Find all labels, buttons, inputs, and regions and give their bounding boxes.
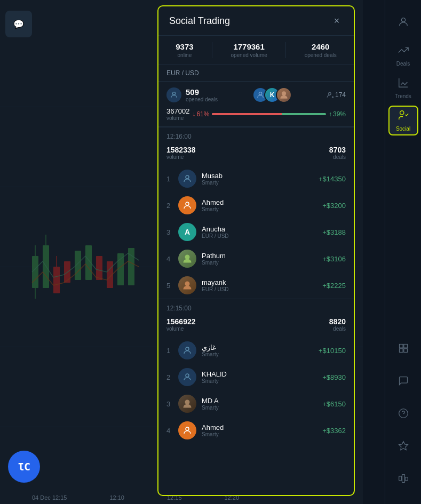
svg-point-38 [185, 282, 190, 286]
right-sidebar: Deals Trends Social [385, 0, 421, 504]
pair-header: EUR / USD [158, 65, 354, 82]
sidebar-item-deals[interactable]: Deals [388, 41, 418, 70]
trader-avatar-1-3: A [178, 223, 196, 241]
svg-point-32 [259, 92, 261, 95]
vol-block-1: 1582338 volume [166, 146, 196, 160]
trader-info-1-4: Pathum Smarty [202, 252, 317, 266]
sidebar-item-notifications[interactable] [388, 431, 418, 461]
trader-name-2-1: غازي [202, 343, 313, 351]
trader-row-1-5[interactable]: 5 mayank EUR / USD +$2225 [158, 272, 354, 299]
profile-icon [398, 16, 409, 30]
sidebar-item-social[interactable]: Social [388, 106, 418, 135]
svg-rect-22 [403, 345, 407, 348]
online-label: online [178, 52, 192, 58]
opened-deals-value: 2460 [312, 42, 329, 51]
opened-deals-label: opened deals [305, 52, 337, 58]
direction-bar [212, 113, 326, 115]
trader-profit-2-1: +$10150 [319, 347, 346, 355]
deals-label: Deals [396, 61, 410, 67]
trader-name-1-4: Pathum [202, 252, 317, 260]
panel-close-button[interactable]: × [330, 14, 343, 27]
trader-row-2-3[interactable]: 3 MD A Smarty +$6150 [158, 390, 354, 417]
panel-content[interactable]: 509 opened deals K [158, 82, 354, 495]
trader-sub-1-5: EUR / USD [202, 286, 317, 292]
trader-name-1-2: Ahmed [202, 198, 317, 206]
svg-point-19 [401, 18, 405, 21]
time-header-2: 12:15:00 [158, 299, 354, 315]
svg-point-34 [328, 92, 331, 95]
trader-rank-2-3: 3 [166, 400, 173, 408]
trader-sub-2-2: Smarty [202, 378, 317, 384]
deals-label-1: deals [329, 154, 346, 160]
trader-avatar-2-2 [178, 368, 196, 386]
pair-deals-left: 509 opened deals [166, 87, 218, 102]
pair-deals-count: 509 [186, 87, 218, 97]
vol-label-1: volume [166, 154, 196, 160]
sell-pct: ↓ 61% [192, 110, 209, 118]
trader-profit-2-2: +$8930 [322, 373, 346, 381]
trader-info-2-2: KHALID Smarty [202, 370, 317, 384]
trader-rank-1-1: 1 [166, 175, 173, 183]
svg-rect-21 [399, 345, 403, 348]
trader-name-2-4: Ahmed [202, 423, 317, 431]
stat-online: 9373 online [176, 42, 193, 58]
deals-num-1: 8703 [329, 146, 346, 154]
time-label-1: 12:16:00 [166, 133, 192, 140]
svg-rect-29 [402, 475, 404, 483]
trader-info-2-4: Ahmed Smarty [202, 423, 317, 437]
avatar-count: 174 [327, 91, 346, 99]
direction-bar-container: ↓ 61% ↑ 39% [192, 110, 346, 118]
trader-name-1-3: Anucha [202, 225, 317, 233]
trader-row-1-3[interactable]: 3 A Anucha EUR / USD +$3188 [158, 219, 354, 245]
direction-bar-sell [212, 113, 281, 115]
left-panel-button[interactable]: 💬 [5, 11, 32, 37]
trader-name-1-5: mayank [202, 278, 317, 286]
sidebar-item-layout[interactable] [388, 333, 418, 363]
sidebar-item-profile[interactable] [388, 8, 418, 38]
sidebar-item-help[interactable] [388, 398, 418, 428]
trader-row-2-4[interactable]: 4 Ahmed Smarty +$3362 [158, 417, 354, 444]
sidebar-item-settings[interactable] [388, 463, 418, 493]
trader-info-1-5: mayank EUR / USD [202, 278, 317, 292]
panel-header: Social Trading × [158, 6, 354, 36]
trader-row-2-2[interactable]: 2 KHALID Smarty +$8930 [158, 364, 354, 390]
progress-row: 367002 volume ↓ 61% ↑ 39% [166, 107, 346, 121]
trader-profit-1-2: +$3200 [322, 202, 346, 210]
trader-rank-1-2: 2 [166, 202, 173, 210]
sidebar-item-chat[interactable] [388, 366, 418, 396]
trends-label: Trends [395, 93, 411, 99]
vol-label-2: volume [166, 326, 196, 332]
deals-num-2: 8820 [329, 317, 346, 326]
trader-rank-1-3: 3 [166, 228, 173, 236]
volume-label: volume [166, 115, 189, 121]
social-trading-panel: Social Trading × 9373 online 1779361 ope… [157, 5, 355, 496]
svg-point-31 [172, 92, 175, 95]
deals-block-1: 8703 deals [329, 146, 346, 160]
trader-row-2-1[interactable]: 1 غازي Smarty +$10150 [158, 337, 354, 364]
arrow-up-icon: ↑ [329, 110, 332, 118]
user-icon [166, 87, 181, 102]
svg-point-40 [186, 374, 189, 377]
pair-deals-info: 509 opened deals [186, 87, 218, 102]
trader-info-2-3: MD A Smarty [202, 397, 317, 411]
trader-row-1-1[interactable]: 1 Musab Smarty +$14350 [158, 165, 354, 192]
arrow-down-icon: ↓ [192, 110, 195, 118]
trader-sub-1-1: Smarty [202, 180, 313, 186]
app-logo: ƖC [8, 451, 40, 483]
trader-profit-2-3: +$6150 [322, 400, 346, 408]
trends-icon [398, 77, 409, 91]
stat-opened-deals: 2460 opened deals [305, 42, 337, 58]
trader-avatar-1-2 [178, 196, 196, 214]
vol-num-2: 1566922 [166, 317, 196, 326]
trader-rank-1-5: 5 [166, 282, 173, 290]
vol-deals-row-1: 1582338 volume 8703 deals [158, 143, 354, 165]
svg-rect-15 [96, 256, 102, 280]
svg-point-33 [282, 91, 286, 95]
sidebar-item-trends[interactable]: Trends [388, 73, 418, 103]
trader-row-1-4[interactable]: 4 Pathum Smarty +$3106 [158, 245, 354, 272]
svg-point-39 [186, 347, 189, 350]
trader-rank-2-1: 1 [166, 347, 173, 355]
trader-name-2-3: MD A [202, 397, 317, 405]
trader-row-1-2[interactable]: 2 Ahmed Smarty +$3200 [158, 192, 354, 219]
trader-sub-2-1: Smarty [202, 351, 313, 357]
